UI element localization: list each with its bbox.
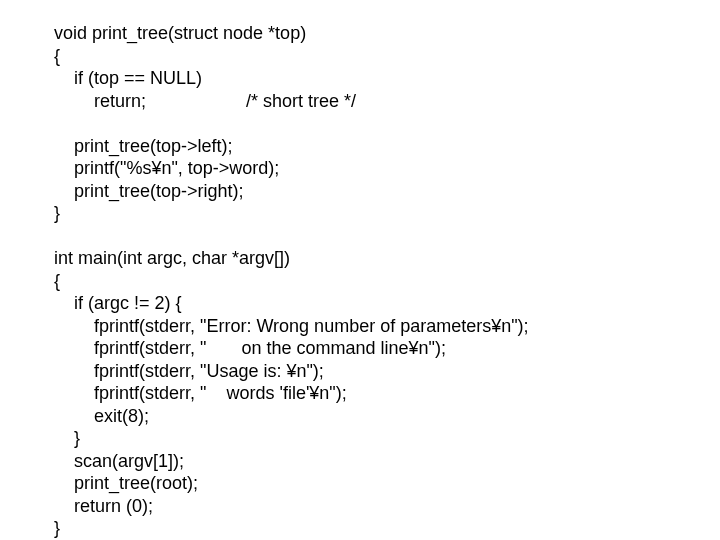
code-line: if (argc != 2) { — [54, 292, 666, 315]
code-line: if (top == NULL) — [54, 67, 666, 90]
code-line: fprintf(stderr, "Usage is: ¥n"); — [54, 360, 666, 383]
code-line: int main(int argc, char *argv[]) — [54, 247, 666, 270]
code-line: } — [54, 427, 666, 450]
code-line: exit(8); — [54, 405, 666, 428]
code-line: void print_tree(struct node *top) — [54, 22, 666, 45]
code-listing: void print_tree(struct node *top){ if (t… — [0, 0, 720, 540]
code-line: fprintf(stderr, " words 'file'¥n"); — [54, 382, 666, 405]
code-line: print_tree(root); — [54, 472, 666, 495]
code-line: fprintf(stderr, " on the command line¥n"… — [54, 337, 666, 360]
code-line: fprintf(stderr, "Error: Wrong number of … — [54, 315, 666, 338]
code-line: } — [54, 202, 666, 225]
code-line — [54, 225, 666, 248]
code-line: { — [54, 270, 666, 293]
code-line: return (0); — [54, 495, 666, 518]
code-line: scan(argv[1]); — [54, 450, 666, 473]
code-line: } — [54, 517, 666, 540]
code-line: printf("%s¥n", top->word); — [54, 157, 666, 180]
code-line: return; /* short tree */ — [54, 90, 666, 113]
code-line: print_tree(top->right); — [54, 180, 666, 203]
code-line — [54, 112, 666, 135]
code-line: print_tree(top->left); — [54, 135, 666, 158]
code-line: { — [54, 45, 666, 68]
